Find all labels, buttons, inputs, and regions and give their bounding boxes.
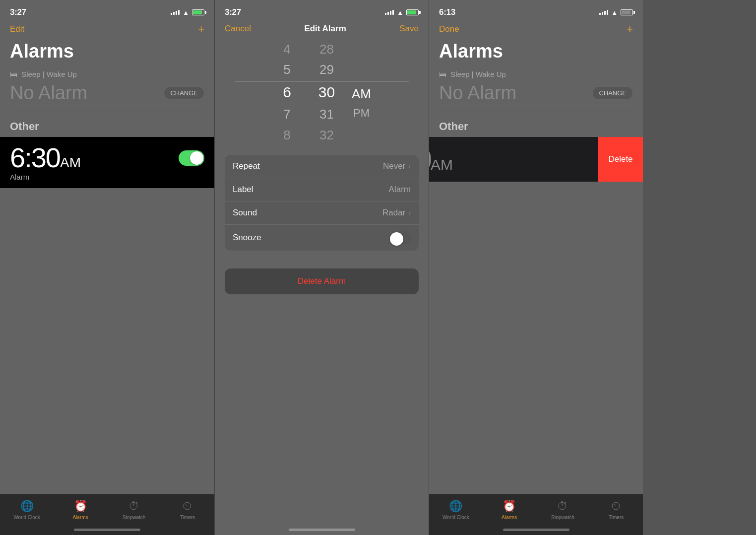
picker-hour-4: 4 xyxy=(267,39,307,60)
picker-min-31: 31 xyxy=(307,104,347,125)
alarm-swipe-item[interactable]: 30AM Delete xyxy=(429,137,643,182)
battery-icon-1 xyxy=(192,9,204,15)
change-button-3[interactable]: CHANGE xyxy=(592,86,633,100)
tab-world-clock-3[interactable]: 🌐 World Clock xyxy=(441,499,471,520)
alarms-icon-3: ⏰ xyxy=(503,499,516,513)
home-indicator-2 xyxy=(289,529,355,531)
world-clock-icon-1: 🌐 xyxy=(20,499,34,513)
battery-icon-2 xyxy=(406,9,419,15)
status-time-3: 6:13 xyxy=(439,7,455,17)
tab-world-clock-1[interactable]: 🌐 World Clock xyxy=(12,499,42,520)
time-picker[interactable]: 4 5 6 7 8 28 29 30 31 32 AM PM xyxy=(225,38,419,147)
tab-alarms-label-1: Alarms xyxy=(72,515,88,520)
world-clock-icon-3: 🌐 xyxy=(449,499,463,513)
alarm-name-1: Alarm xyxy=(10,173,204,181)
sleep-label-3: 🛏 Sleep | Wake Up xyxy=(439,70,633,78)
sleep-section-1: 🛏 Sleep | Wake Up No Alarm CHANGE xyxy=(0,70,214,112)
picker-am: AM xyxy=(347,84,377,105)
signal-icon-1 xyxy=(171,10,180,15)
picker-min-28: 28 xyxy=(307,39,347,60)
save-button[interactable]: Save xyxy=(399,24,419,34)
change-button-1[interactable]: CHANGE xyxy=(164,86,204,100)
tab-stopwatch-1[interactable]: ⏱ Stopwatch xyxy=(119,499,149,520)
status-icons-1: ▲ xyxy=(171,9,204,16)
delete-alarm-button[interactable]: Delete Alarm xyxy=(225,268,419,294)
stopwatch-icon-3: ⏱ xyxy=(556,499,569,513)
status-icons-3: ▲ xyxy=(599,9,633,16)
picker-hour-6: 6 xyxy=(267,80,307,104)
delete-swipe-button[interactable]: Delete xyxy=(598,137,643,182)
tab-alarms-label-3: Alarms xyxy=(502,515,517,520)
wifi-icon-3: ▲ xyxy=(611,9,618,16)
add-alarm-button-3[interactable]: + xyxy=(627,24,633,35)
phone-screen-3: 6:13 ▲ Done + Alarms 🛏 Sleep | Wake Up xyxy=(429,0,643,535)
picker-hour-7: 7 xyxy=(267,104,307,125)
tab-stopwatch-3[interactable]: ⏱ Stopwatch xyxy=(548,499,577,520)
tab-stopwatch-label-1: Stopwatch xyxy=(123,515,146,520)
bed-icon-3: 🛏 xyxy=(439,70,446,78)
tab-alarms-3[interactable]: ⏰ Alarms xyxy=(495,499,524,520)
alarm-time-row-1: 6:30AM xyxy=(10,144,204,172)
status-time-1: 3:27 xyxy=(10,7,26,17)
no-alarm-text-3: No Alarm xyxy=(439,82,516,104)
snooze-toggle[interactable] xyxy=(389,231,411,244)
add-alarm-button[interactable]: + xyxy=(198,24,204,35)
other-label-1: Other xyxy=(0,112,214,137)
sound-chevron: › xyxy=(408,209,411,217)
repeat-row[interactable]: Repeat Never › xyxy=(225,155,419,178)
picker-hour-5: 5 xyxy=(267,60,307,80)
sleep-section-3: 🛏 Sleep | Wake Up No Alarm CHANGE xyxy=(429,70,643,112)
page-title-1: Alarms xyxy=(0,39,214,70)
cancel-button[interactable]: Cancel xyxy=(225,24,251,34)
signal-icon-3 xyxy=(599,10,608,15)
tab-alarms-1[interactable]: ⏰ Alarms xyxy=(65,499,95,520)
no-alarm-text-1: No Alarm xyxy=(10,82,87,104)
done-button[interactable]: Done xyxy=(439,24,459,34)
snooze-row[interactable]: Snooze xyxy=(225,225,419,251)
tab-timers-label-3: Timers xyxy=(609,515,624,520)
nav-title-2: Edit Alarm xyxy=(304,24,346,34)
phone-screen-1: 3:27 ▲ Edit + Alarms 🛏 Sleep | Wake Up xyxy=(0,0,214,535)
picker-columns: 4 5 6 7 8 28 29 30 31 32 AM PM xyxy=(225,39,419,145)
tab-timers-3[interactable]: ⏲ Timers xyxy=(601,499,631,520)
picker-pm: PM xyxy=(347,104,377,122)
settings-list: Repeat Never › Label Alarm Sound Radar ›… xyxy=(225,155,419,251)
picker-hour-8: 8 xyxy=(267,125,307,146)
repeat-label: Repeat xyxy=(233,161,260,171)
picker-minutes-col[interactable]: 28 29 30 31 32 xyxy=(307,39,347,145)
picker-hours-col[interactable]: 4 5 6 7 8 xyxy=(267,39,307,145)
battery-icon-3 xyxy=(621,9,633,15)
nav-bar-3: Done + xyxy=(429,22,643,39)
repeat-value: Never › xyxy=(383,161,411,171)
tab-stopwatch-label-3: Stopwatch xyxy=(551,515,574,520)
sleep-label-1: 🛏 Sleep | Wake Up xyxy=(10,70,204,78)
timers-icon-1: ⏲ xyxy=(181,499,194,513)
bed-icon-1: 🛏 xyxy=(10,70,17,78)
snooze-label: Snooze xyxy=(233,233,261,243)
sound-row[interactable]: Sound Radar › xyxy=(225,201,419,225)
picker-ampm-col[interactable]: AM PM xyxy=(347,63,377,122)
picker-min-30: 30 xyxy=(307,80,347,104)
stopwatch-icon-1: ⏱ xyxy=(127,499,141,513)
edit-button[interactable]: Edit xyxy=(10,24,24,34)
alarm-toggle-1[interactable] xyxy=(179,150,204,166)
alarm-item-1[interactable]: 6:30AM Alarm xyxy=(0,137,214,188)
page-title-3: Alarms xyxy=(429,39,643,70)
wifi-icon-1: ▲ xyxy=(183,9,189,16)
tab-timers-1[interactable]: ⏲ Timers xyxy=(173,499,202,520)
repeat-chevron: › xyxy=(408,162,411,170)
nav-bar-1: Edit + xyxy=(0,22,214,39)
status-icons-2: ▲ xyxy=(385,9,419,16)
alarm-time-row-3: 30AM xyxy=(429,144,593,175)
status-bar-2: 3:27 ▲ xyxy=(215,0,429,22)
status-time-2: 3:27 xyxy=(225,7,241,17)
label-label: Label xyxy=(233,185,253,195)
nav-bar-2: Cancel Edit Alarm Save xyxy=(215,22,429,38)
home-indicator-1 xyxy=(74,529,140,531)
picker-min-29: 29 xyxy=(307,60,347,80)
picker-min-32: 32 xyxy=(307,125,347,146)
sound-label: Sound xyxy=(233,208,257,218)
tab-timers-label-1: Timers xyxy=(180,515,195,520)
label-row[interactable]: Label Alarm xyxy=(225,178,419,201)
background-filler xyxy=(643,0,756,535)
